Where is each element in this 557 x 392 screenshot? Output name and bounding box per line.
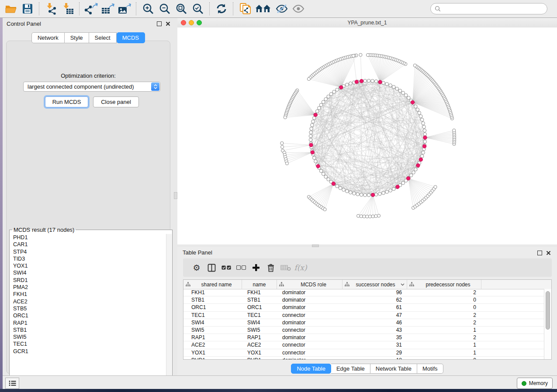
satellite-node[interactable] [413,64,416,67]
table-row[interactable]: SWI4SWI4dominator462 [183,319,544,327]
splitter-grip[interactable] [174,192,177,199]
network-node[interactable] [367,79,370,83]
mcds-result-list[interactable]: PHD1CAR1STP4TID3YOX1SWI4SRD1PMA2FKH1ACE2… [10,234,166,389]
network-node[interactable] [422,122,425,125]
network-node[interactable] [385,83,389,86]
export-table-icon[interactable] [100,2,115,16]
zoom-fit-icon[interactable] [174,2,189,16]
network-node[interactable] [309,134,312,138]
network-node[interactable] [416,108,419,111]
network-node[interactable] [363,193,367,197]
satellite-node[interactable] [366,215,369,218]
network-canvas[interactable] [177,28,557,244]
network-node[interactable] [374,193,378,196]
mcds-node[interactable] [416,164,420,167]
network-node[interactable] [398,89,402,93]
mcds-node[interactable] [423,136,427,139]
vertical-splitter[interactable] [174,18,177,375]
mcds-node[interactable] [406,176,410,180]
satellite-node[interactable] [434,186,437,189]
mcds-list-scrollbar[interactable] [166,234,172,389]
save-session-icon[interactable] [20,2,35,16]
network-node[interactable] [319,103,323,107]
table-row[interactable]: ACE2ACE2connector311 [183,341,544,349]
network-node[interactable] [422,125,426,129]
mcds-node[interactable] [396,185,399,189]
column-header-name[interactable]: name [242,280,277,289]
network-node[interactable] [423,140,427,144]
network-node[interactable] [395,87,399,90]
network-node[interactable] [382,191,385,195]
network-node[interactable] [420,155,424,158]
function-builder-icon[interactable]: f(x) [293,261,308,274]
table-row[interactable]: ORC1ORC1dominator610 [183,304,544,311]
search-box[interactable] [430,3,547,14]
mcds-node[interactable] [411,100,414,104]
mcds-node[interactable] [419,158,422,161]
network-node[interactable] [309,138,312,141]
mcds-result-item[interactable]: CAR1 [10,241,166,248]
delete-table-icon[interactable] [278,261,293,274]
network-node[interactable] [356,193,360,196]
network-node[interactable] [329,93,333,96]
network-node[interactable] [319,169,323,173]
mcds-result-item[interactable]: SWI5 [10,334,166,340]
run-mcds-button[interactable]: Run MCDS [45,96,88,107]
mcds-result-item[interactable]: ACE2 [10,298,166,305]
mcds-result-item[interactable]: STB5 [10,305,166,312]
network-node[interactable] [360,193,363,196]
satellite-node[interactable] [285,162,288,165]
satellite-node[interactable] [359,53,362,56]
mcds-node[interactable] [311,151,314,154]
network-node[interactable] [419,115,422,118]
network-node[interactable] [353,192,356,195]
mcds-result-item[interactable]: FKH1 [10,291,166,298]
mcds-result-item[interactable]: SRD1 [10,277,166,284]
network-node[interactable] [336,185,339,188]
table-row[interactable]: TEC1TEC1connector472 [183,312,544,319]
network-node[interactable] [392,85,395,89]
satellite-node[interactable] [352,54,355,57]
network-node[interactable] [336,88,339,92]
column-header-successor-nodes[interactable]: successor nodes [343,280,407,289]
network-node[interactable] [420,118,424,122]
tab-style[interactable]: Style [65,32,89,43]
mcds-node[interactable] [422,144,426,148]
network-node[interactable] [324,175,328,179]
duplicate-network-icon[interactable] [238,2,253,16]
mcds-node[interactable] [309,143,313,147]
network-node[interactable] [322,172,325,176]
network-node[interactable] [385,190,389,194]
table-scrollbar[interactable] [544,289,551,359]
scrollbar-thumb[interactable] [546,291,550,330]
network-node[interactable] [315,110,319,113]
satellite-node[interactable] [366,53,369,56]
column-header-shared-name[interactable]: shared name [183,280,242,289]
network-node[interactable] [310,127,313,131]
satellite-node[interactable] [307,77,310,80]
import-network-icon[interactable] [44,2,59,16]
mcds-result-item[interactable]: PHD1 [10,234,166,241]
network-node[interactable] [339,186,342,190]
memory-button[interactable]: Memory [517,378,553,389]
network-node[interactable] [412,171,415,174]
show-columns-icon[interactable] [204,261,219,274]
hide-selected-icon[interactable] [274,2,289,16]
select-all-icon[interactable] [219,261,234,274]
satellite-node[interactable] [374,214,377,217]
mcds-node[interactable] [378,80,382,84]
first-neighbors-icon[interactable] [254,2,273,16]
search-input[interactable] [443,4,547,14]
network-node[interactable] [401,91,405,95]
network-node[interactable] [346,189,349,193]
mcds-node[interactable] [332,182,335,186]
satellite-node[interactable] [371,215,374,218]
refresh-icon[interactable] [214,2,229,16]
mcds-result-item[interactable]: PMA2 [10,284,166,291]
export-image-icon[interactable] [117,2,132,16]
tab-network-table[interactable]: Network Table [370,364,417,374]
network-node[interactable] [324,97,328,101]
mcds-node[interactable] [371,193,374,196]
float-panel-icon[interactable] [157,21,162,26]
network-node[interactable] [382,81,385,85]
